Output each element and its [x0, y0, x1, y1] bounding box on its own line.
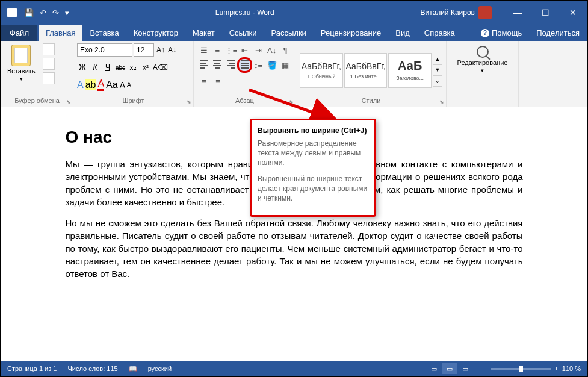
tab-help[interactable]: ?Помощь [474, 25, 529, 41]
tooltip-description-2: Выровненный по ширине текст делает края … [258, 174, 368, 204]
minimize-button[interactable]: — [504, 1, 531, 24]
tab-references[interactable]: Ссылки [222, 25, 264, 41]
user-account[interactable]: Виталий Каиров [420, 6, 492, 19]
tab-insert[interactable]: Вставка [82, 25, 126, 41]
undo-icon[interactable]: ↶ [40, 8, 46, 17]
group-editing: Редактирование ▾ [447, 41, 519, 107]
sort-button[interactable]: A↓ [265, 43, 279, 57]
para-extra2[interactable]: ≡ [211, 73, 224, 87]
bullets-button[interactable]: ☰ [197, 43, 211, 57]
paste-button[interactable]: Вставить ▾ [5, 43, 38, 83]
font-color-button[interactable]: A [97, 78, 104, 91]
bold-button[interactable]: Ж [77, 61, 88, 73]
clipboard-launcher[interactable]: ⬊ [66, 99, 71, 105]
tooltip-title: Выровнять по ширине (Ctrl+J) [258, 126, 368, 135]
tab-file[interactable]: Файл [1, 25, 37, 41]
underline-button[interactable]: Ч [102, 61, 113, 73]
view-print-button[interactable]: ▭ [442, 363, 457, 374]
statusbar: Страница 1 из 1 Число слов: 115 📖 русски… [1, 361, 587, 376]
doc-paragraph-2: Но мы не сможем это сделать без Вашей об… [66, 217, 523, 280]
para-extra1[interactable]: ≡ [197, 73, 211, 87]
format-painter-icon[interactable] [43, 72, 55, 84]
save-icon[interactable]: 💾 [24, 8, 34, 17]
smaller-a[interactable]: A [127, 81, 131, 88]
tab-layout[interactable]: Макет [185, 25, 222, 41]
numbering-button[interactable]: ≡ [211, 43, 224, 57]
status-page[interactable]: Страница 1 из 1 [7, 365, 57, 372]
ribbon-tabs: Файл Главная Вставка Конструктор Макет С… [1, 24, 587, 41]
style-normal[interactable]: АаБбВвГг, 1 Обычный [300, 53, 343, 88]
tab-reference[interactable]: Справка [417, 25, 462, 41]
increase-indent-button[interactable]: ⇥ [252, 43, 265, 57]
styles-scroll[interactable]: ▲ ▼ ⌄ [433, 54, 442, 87]
superscript-button[interactable]: x² [140, 61, 151, 73]
align-right-button[interactable] [224, 58, 238, 72]
zoom-out-button[interactable]: − [483, 365, 487, 372]
qa-more-icon[interactable]: ▾ [65, 8, 69, 17]
shrink-font-button[interactable]: A↓ [167, 43, 178, 57]
group-label-clipboard: Буфер обмена [5, 97, 69, 105]
grow-font-button[interactable]: A↑ [155, 43, 166, 57]
tab-home[interactable]: Главная [39, 25, 82, 41]
style-heading1[interactable]: АаБ Заголово... [388, 53, 432, 88]
align-center-button[interactable] [211, 58, 224, 72]
borders-button[interactable]: ▦ [279, 58, 292, 72]
italic-button[interactable]: К [90, 61, 101, 73]
close-button[interactable]: ✕ [559, 1, 587, 24]
tooltip-justify: Выровнять по ширине (Ctrl+J) Равномерное… [250, 119, 376, 217]
status-words[interactable]: Число слов: 115 [67, 365, 117, 372]
paste-icon [11, 45, 31, 66]
align-left-button[interactable] [197, 58, 211, 72]
tab-design[interactable]: Конструктор [126, 25, 185, 41]
tooltip-description-1: Равномерное распределение текста между л… [258, 139, 368, 168]
group-label-font: Шрифт [77, 97, 190, 105]
group-font: A↑ A↓ Ж К Ч abc x₂ x² A⌫ A ab A Aa A A [73, 41, 194, 107]
redo-icon[interactable]: ↷ [52, 8, 59, 17]
chevron-up-icon[interactable]: ▲ [433, 54, 442, 65]
zoom-value[interactable]: 110 % [562, 365, 581, 372]
user-name: Виталий Каиров [420, 8, 475, 17]
styles-expand-icon[interactable]: ⌄ [433, 76, 442, 87]
justify-button[interactable] [238, 58, 252, 72]
tab-mailings[interactable]: Рассылки [264, 25, 313, 41]
proofing-icon[interactable]: 📖 [129, 365, 137, 373]
text-effects-button[interactable]: A [77, 79, 84, 90]
font-size-combo[interactable] [134, 43, 154, 57]
status-language[interactable]: русский [148, 365, 172, 372]
clear-format-button[interactable]: A⌫ [153, 61, 168, 73]
app-icon [7, 8, 17, 17]
font-launcher[interactable]: ⬊ [187, 99, 191, 105]
quick-access-toolbar: 💾 ↶ ↷ ▾ [24, 8, 69, 17]
tab-share[interactable]: Поделиться [529, 25, 587, 41]
change-case-button[interactable]: Aa [106, 79, 118, 90]
window-title: Lumpics.ru - Word [69, 8, 420, 17]
multilevel-button[interactable]: ⋮≡ [224, 43, 238, 57]
strike-button[interactable]: abc [115, 61, 126, 73]
maximize-button[interactable]: ☐ [531, 1, 559, 24]
zoom-in-button[interactable]: + [554, 365, 558, 372]
font-name-combo[interactable] [77, 43, 132, 57]
subscript-button[interactable]: x₂ [128, 61, 138, 73]
style-no-spacing[interactable]: АаБбВвГг, 1 Без инте... [344, 53, 388, 88]
editing-label[interactable]: Редактирование [457, 59, 508, 66]
titlebar: 💾 ↶ ↷ ▾ Lumpics.ru - Word Виталий Каиров… [1, 1, 587, 24]
tab-view[interactable]: Вид [388, 25, 417, 41]
chevron-down-icon[interactable]: ▼ [433, 65, 442, 76]
styles-launcher[interactable]: ⬊ [439, 99, 444, 105]
decrease-indent-button[interactable]: ⇤ [238, 43, 252, 57]
show-marks-button[interactable]: ¶ [279, 43, 292, 57]
group-clipboard: Вставить ▾ Буфер обмена ⬊ [1, 41, 73, 107]
view-web-button[interactable]: ▭ [458, 363, 472, 374]
tab-review[interactable]: Рецензирование [314, 25, 388, 41]
search-icon[interactable] [477, 46, 489, 58]
zoom-slider[interactable] [491, 368, 551, 370]
shading-button[interactable]: 🪣 [265, 58, 279, 72]
line-spacing-button[interactable]: ↕≡ [252, 58, 265, 72]
cut-icon[interactable] [43, 43, 55, 55]
highlight-button[interactable]: ab [85, 79, 96, 90]
copy-icon[interactable] [43, 58, 55, 70]
avatar [478, 6, 492, 19]
bigger-a[interactable]: A [120, 80, 125, 90]
view-read-button[interactable]: ▭ [427, 363, 441, 374]
